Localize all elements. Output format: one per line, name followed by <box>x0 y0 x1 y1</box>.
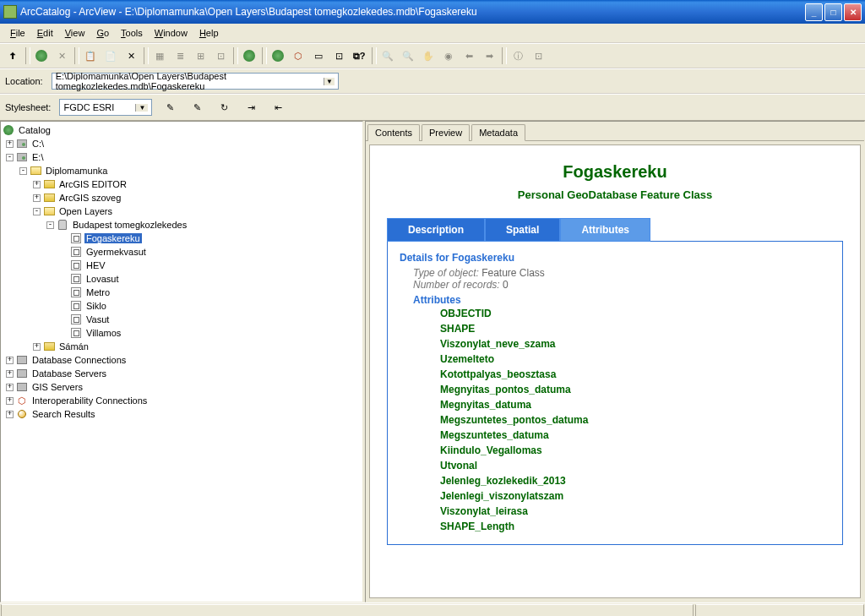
expand-gisserv[interactable]: + <box>6 384 14 391</box>
expand-dbserv[interactable]: + <box>6 370 14 378</box>
menu-window[interactable]: Window <box>150 26 193 40</box>
export-metadata-button[interactable]: ⇤ <box>269 98 287 117</box>
collapse-dipl[interactable]: - <box>19 167 27 175</box>
attribute-link[interactable]: Uzemelteto <box>440 352 830 367</box>
tree-e-drive[interactable]: E:\ <box>30 152 45 162</box>
tree-interop[interactable]: Interoperability Connections <box>30 395 149 406</box>
tree-gis-servers[interactable]: GIS Servers <box>30 382 84 392</box>
launch-arcmap-button[interactable] <box>240 46 258 65</box>
attribute-link[interactable]: Megnyitas_pontos_datuma <box>440 382 830 397</box>
copy-button[interactable]: 📋 <box>81 46 100 65</box>
expand-dbconn[interactable]: + <box>6 357 14 364</box>
edit-metadata-button[interactable]: ✎ <box>160 98 179 117</box>
maximize-button[interactable]: □ <box>824 3 842 21</box>
menu-view[interactable]: View <box>60 26 90 40</box>
tree-vasut[interactable]: Vasut <box>84 314 111 324</box>
close-button[interactable]: ✕ <box>844 3 862 21</box>
tree-siklo[interactable]: Siklo <box>84 301 108 311</box>
details-button[interactable]: ⊞ <box>191 46 209 65</box>
tree-villamos[interactable]: Villamos <box>84 328 122 338</box>
tree-c-drive[interactable]: C:\ <box>30 139 46 149</box>
expand-search[interactable]: + <box>6 411 14 418</box>
create-thumbnail-button[interactable]: ⊡ <box>529 46 547 65</box>
tree-hev[interactable]: HEV <box>84 260 107 270</box>
meta-tab-description[interactable]: Description <box>387 218 485 242</box>
stylesheet-select[interactable]: FGDC ESRI ▼ <box>59 99 152 116</box>
meta-tab-spatial[interactable]: Spatial <box>485 218 560 242</box>
location-input[interactable]: E:\Diplomamunka\Open Layers\Budapest tom… <box>52 73 339 90</box>
attribute-link[interactable]: Jelenleg_kozlekedik_2013 <box>440 473 830 488</box>
attribute-link[interactable]: Megnyitas_datuma <box>440 397 830 412</box>
stylesheet-dropdown-icon[interactable]: ▼ <box>135 104 148 112</box>
command-button[interactable]: ⊡ <box>329 46 348 65</box>
tab-contents[interactable]: Contents <box>367 124 420 141</box>
tree-search-results[interactable]: Search Results <box>30 409 97 419</box>
attribute-link[interactable]: OBJECTID <box>440 306 830 321</box>
window-button[interactable]: ▭ <box>309 46 328 65</box>
thumbnails-button[interactable]: ⊡ <box>211 46 230 65</box>
tree-gyermekvasut[interactable]: Gyermekvasut <box>84 247 148 257</box>
tree-saman[interactable]: Sámán <box>57 341 90 352</box>
collapse-e[interactable]: - <box>6 154 14 161</box>
large-icons-button[interactable]: ▦ <box>150 46 169 65</box>
tree-metro[interactable]: Metro <box>84 287 112 297</box>
attribute-link[interactable]: Viszonylat_neve_szama <box>440 336 830 352</box>
menu-help[interactable]: Help <box>194 26 224 40</box>
tab-metadata[interactable]: Metadata <box>471 124 525 141</box>
disconnect-button[interactable]: ✕ <box>52 46 71 65</box>
menu-tools[interactable]: Tools <box>116 26 148 40</box>
attribute-link[interactable]: Megszuntetes_datuma <box>440 428 830 443</box>
forward-button[interactable]: ➡ <box>480 46 498 65</box>
toolbox-button[interactable]: ⬡ <box>289 46 307 65</box>
full-extent-button[interactable]: ◉ <box>439 46 458 65</box>
tab-preview[interactable]: Preview <box>422 124 470 141</box>
expand-szoveg[interactable]: + <box>33 194 41 202</box>
tree-root[interactable]: Catalog <box>17 125 52 135</box>
globe-tool-1[interactable] <box>269 46 287 65</box>
pan-button[interactable]: ✋ <box>419 46 438 65</box>
paste-button[interactable]: 📄 <box>101 46 120 65</box>
tree-db-servers[interactable]: Database Servers <box>30 368 108 379</box>
expand-saman[interactable]: + <box>33 343 41 351</box>
attribute-link[interactable]: SHAPE <box>440 321 830 336</box>
zoom-in-button[interactable]: 🔍 <box>378 46 397 65</box>
tree-diplomamunka[interactable]: Diplomamunka <box>44 166 109 176</box>
attribute-link[interactable]: Kotottpalyas_beosztasa <box>440 367 830 382</box>
delete-button[interactable]: ✕ <box>122 46 140 65</box>
attribute-link[interactable]: Utvonal <box>440 458 830 473</box>
attribute-link[interactable]: Viszonylat_leirasa <box>440 504 830 519</box>
meta-tab-attributes[interactable]: Attributes <box>560 218 650 242</box>
attribute-link[interactable]: Megszuntetes_pontos_datuma <box>440 412 830 428</box>
tree-fogaskereku[interactable]: Fogaskereku <box>84 233 142 243</box>
attribute-link[interactable]: Kiindulo_Vegallomas <box>440 443 830 458</box>
tree-arcgis-szoveg[interactable]: ArcGIS szoveg <box>57 193 122 203</box>
collapse-budapest[interactable]: - <box>46 221 54 229</box>
attribute-link[interactable]: SHAPE_Length <box>440 519 830 534</box>
create-metadata-button[interactable]: ↻ <box>215 98 233 117</box>
identify-button[interactable]: ⓘ <box>509 46 527 65</box>
tree-open-layers[interactable]: Open Layers <box>57 206 114 216</box>
list-button[interactable]: ≣ <box>171 46 189 65</box>
tree-db-connections[interactable]: Database Connections <box>30 355 128 365</box>
menu-file[interactable]: File <box>5 26 30 40</box>
menu-edit[interactable]: Edit <box>32 26 58 40</box>
location-dropdown-icon[interactable]: ▼ <box>324 78 335 85</box>
expand-c[interactable]: + <box>6 140 14 148</box>
tree-arcgis-editor[interactable]: ArcGIS EDITOR <box>57 179 128 189</box>
expand-interop[interactable]: + <box>6 397 14 405</box>
import-metadata-button[interactable]: ⇥ <box>242 98 260 117</box>
collapse-openlayers[interactable]: - <box>33 208 41 215</box>
stylesheet-bar: Stylesheet: FGDC ESRI ▼ ✎ ✎ ↻ ⇥ ⇤ <box>0 94 865 121</box>
metadata-props-button[interactable]: ✎ <box>188 98 206 117</box>
menu-go[interactable]: Go <box>91 26 114 40</box>
tree-lovasut[interactable]: Lovasut <box>84 274 121 284</box>
minimize-button[interactable]: _ <box>805 3 823 21</box>
connect-folder-button[interactable] <box>32 46 51 65</box>
tree-budapest-db[interactable]: Budapest tomegkozlekedes <box>71 220 188 230</box>
expand-editor[interactable]: + <box>33 181 41 188</box>
back-button[interactable]: ⬅ <box>460 46 478 65</box>
help-pointer-button[interactable]: ⧉? <box>350 46 368 65</box>
up-button[interactable]: 🠙 <box>3 46 22 65</box>
attribute-link[interactable]: Jelenlegi_viszonylatszam <box>440 488 830 504</box>
zoom-out-button[interactable]: 🔍 <box>399 46 417 65</box>
